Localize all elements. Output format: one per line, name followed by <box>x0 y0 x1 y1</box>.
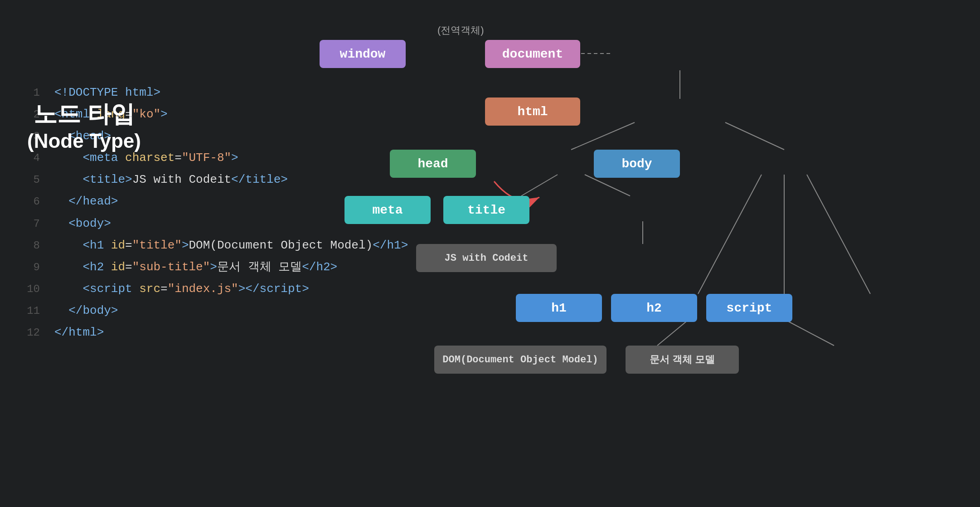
node-head: head <box>390 150 476 178</box>
diagram-panel: to document --> (전역객체) <box>263 0 980 507</box>
node-type-korean: 노드 타입 <box>27 100 141 128</box>
node-script: script <box>706 294 792 322</box>
svg-line-5 <box>585 175 630 196</box>
svg-line-4 <box>521 175 558 196</box>
code-line: 6 </head> <box>18 190 272 212</box>
node-text-dom: DOM(Document Object Model) <box>434 346 606 374</box>
node-meta: meta <box>344 196 431 224</box>
code-line: 11 </body> <box>18 300 272 322</box>
svg-line-9 <box>807 175 870 294</box>
node-html: html <box>485 98 580 126</box>
code-line: 7 <body> <box>18 213 272 234</box>
code-line: 10 <script src="index.js"></script> <box>18 278 272 300</box>
node-text-문서: 문서 객체 모델 <box>626 346 739 374</box>
node-body: body <box>594 150 680 178</box>
svg-line-2 <box>571 122 635 150</box>
node-type-english: (Node Type) <box>27 128 141 154</box>
code-line: 12</html> <box>18 322 272 343</box>
node-window: window <box>320 40 406 68</box>
svg-line-7 <box>698 175 762 294</box>
node-document: document <box>485 40 580 68</box>
node-text-js: JS with Codeit <box>416 244 557 272</box>
svg-line-10 <box>657 319 689 346</box>
node-h1: h1 <box>516 294 602 322</box>
global-label: (전역객체) <box>437 24 484 37</box>
node-title: title <box>443 196 529 224</box>
code-line: 9 <h2 id="sub-title">문서 객체 모델</h2> <box>18 256 272 278</box>
code-line: 5 <title>JS with Codeit</title> <box>18 169 272 190</box>
svg-line-11 <box>784 319 834 346</box>
node-h2: h2 <box>611 294 697 322</box>
code-line: 8 <h1 id="title">DOM(Document Object Mod… <box>18 234 272 256</box>
node-type-label: 노드 타입 (Node Type) <box>27 100 141 154</box>
svg-line-3 <box>725 122 784 150</box>
code-panel: 1<!DOCTYPE html>2<html lang="ko">3 <head… <box>0 0 272 507</box>
